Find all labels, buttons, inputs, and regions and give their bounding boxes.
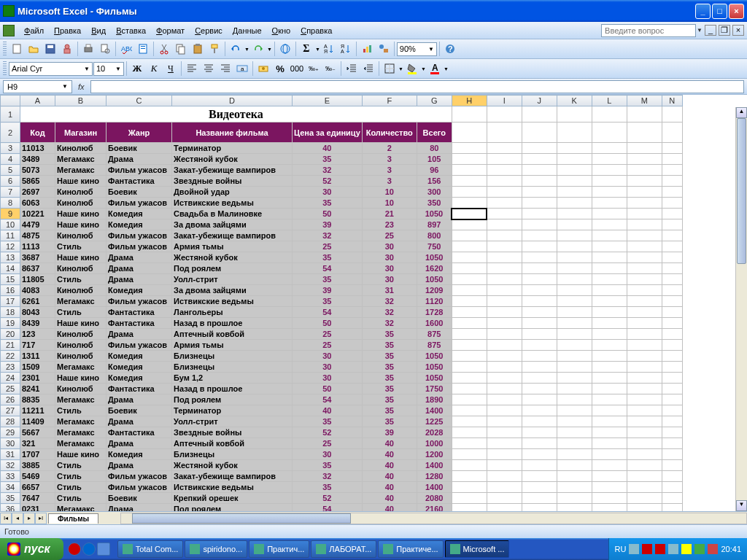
cell[interactable]: 32 (362, 318, 417, 329)
cell[interactable] (662, 154, 682, 165)
cell[interactable]: Мегамакс (55, 154, 107, 165)
cell[interactable] (522, 122, 557, 143)
cell[interactable]: 35 (362, 416, 417, 427)
cell[interactable] (662, 274, 682, 285)
cell[interactable]: 1750 (417, 384, 452, 394)
cell[interactable]: 40 (362, 504, 417, 512)
cell[interactable]: Драма (107, 263, 172, 274)
cell[interactable]: Стиль (55, 241, 107, 252)
dropdown-icon[interactable]: ▼ (697, 27, 703, 34)
sheet-title[interactable]: Видеотека (20, 106, 452, 122)
font-color-dropdown[interactable]: ▼ (444, 66, 449, 71)
cell[interactable] (487, 405, 522, 416)
cell[interactable] (557, 427, 592, 438)
row-header-4[interactable]: 4 (1, 154, 20, 165)
tray-icon[interactable] (708, 544, 718, 554)
cell[interactable] (627, 241, 662, 252)
row-header-24[interactable]: 24 (1, 373, 20, 384)
cell[interactable]: 35 (293, 416, 363, 427)
cell[interactable]: Назад в прошлое (172, 384, 293, 394)
increase-decimal-button[interactable]: ‰₊ (306, 61, 322, 77)
column-header-D[interactable]: D (172, 96, 293, 106)
cell[interactable] (487, 427, 522, 438)
cell[interactable]: Армия тьмы (172, 340, 293, 351)
cell[interactable] (662, 329, 682, 340)
table-header-cell[interactable]: Название фильма (172, 122, 293, 143)
cell[interactable]: Фантастика (107, 318, 172, 329)
cell[interactable] (662, 198, 682, 209)
cell[interactable]: Наше кино (55, 219, 107, 230)
cell[interactable]: 6063 (20, 198, 55, 209)
row-header-31[interactable]: 31 (1, 449, 20, 460)
column-header-G[interactable]: G (417, 96, 452, 106)
cell[interactable]: 32 (293, 471, 363, 482)
cell[interactable]: Иствикские ведьмы (172, 296, 293, 307)
comma-button[interactable]: 000 (289, 61, 305, 77)
cell[interactable] (662, 351, 682, 362)
cell[interactable] (452, 351, 487, 362)
cell[interactable]: Фильм ужасов (107, 340, 172, 351)
cell[interactable] (522, 263, 557, 274)
cell[interactable] (452, 449, 487, 460)
cell[interactable]: 1120 (417, 296, 452, 307)
cell[interactable] (522, 187, 557, 198)
cell[interactable] (557, 449, 592, 460)
merge-center-button[interactable]: a (234, 61, 250, 77)
cell[interactable] (452, 122, 487, 143)
cell[interactable]: 2080 (417, 493, 452, 504)
align-left-button[interactable] (184, 61, 200, 77)
cell[interactable] (522, 274, 557, 285)
cell[interactable]: 2160 (417, 504, 452, 512)
cell[interactable]: Близнецы (172, 351, 293, 362)
cell[interactable] (592, 449, 627, 460)
cell[interactable] (627, 176, 662, 187)
autosum-dropdown[interactable]: ▼ (315, 47, 320, 52)
cell[interactable]: 8241 (20, 384, 55, 394)
cell[interactable] (452, 252, 487, 263)
cell[interactable] (557, 329, 592, 340)
cell[interactable] (522, 329, 557, 340)
cell[interactable] (522, 471, 557, 482)
permission-button[interactable] (59, 41, 75, 57)
tab-prev-button[interactable]: ◂ (12, 513, 23, 524)
row-header-9[interactable]: 9 (1, 209, 20, 219)
cell[interactable] (627, 405, 662, 416)
cell[interactable]: 35 (362, 384, 417, 394)
cell[interactable]: Фильм ужасов (107, 471, 172, 482)
row-header-19[interactable]: 19 (1, 318, 20, 329)
cell[interactable] (522, 405, 557, 416)
row-header-10[interactable]: 10 (1, 219, 20, 230)
cell[interactable]: 10 (362, 187, 417, 198)
row-header-1[interactable]: 1 (1, 106, 20, 122)
cell[interactable] (592, 143, 627, 154)
cell[interactable]: Звездные войны (172, 176, 293, 187)
cell[interactable]: Закат-убежище вампиров (172, 165, 293, 176)
cell[interactable] (627, 329, 662, 340)
cell[interactable] (662, 416, 682, 427)
scroll-up-button[interactable]: ▲ (736, 107, 747, 118)
cell[interactable] (627, 209, 662, 219)
cell[interactable]: 35 (293, 274, 363, 285)
cell[interactable]: Жестяной кубок (172, 460, 293, 471)
cell[interactable]: 40 (293, 405, 363, 416)
cell[interactable]: 35 (362, 340, 417, 351)
cell[interactable]: 1280 (417, 471, 452, 482)
cell[interactable]: 3 (362, 165, 417, 176)
maximize-button[interactable]: □ (712, 4, 727, 19)
cell[interactable] (627, 296, 662, 307)
cell[interactable] (592, 296, 627, 307)
cell[interactable] (487, 219, 522, 230)
cell[interactable]: 35 (362, 351, 417, 362)
cell[interactable] (662, 394, 682, 405)
cell[interactable] (592, 198, 627, 209)
cell[interactable] (487, 154, 522, 165)
tray-icon[interactable] (681, 544, 692, 554)
cell[interactable] (557, 351, 592, 362)
cell[interactable]: Кинолюб (55, 340, 107, 351)
cell[interactable] (557, 416, 592, 427)
cell[interactable] (662, 482, 682, 493)
cell[interactable] (627, 230, 662, 241)
fx-button[interactable]: fx (78, 82, 85, 91)
cell[interactable]: Драма (107, 394, 172, 405)
cell[interactable]: Уолл-стрит (172, 416, 293, 427)
